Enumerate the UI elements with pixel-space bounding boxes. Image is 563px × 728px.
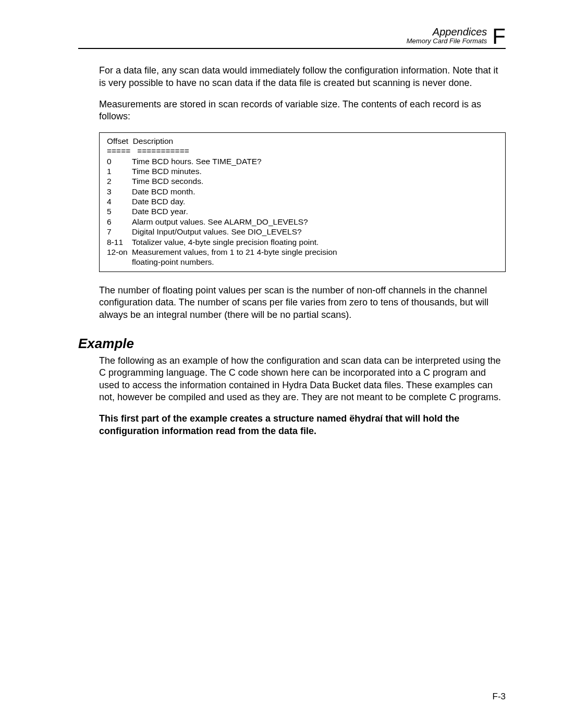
table-desc: Time BCD seconds. bbox=[132, 176, 498, 186]
page-number: F-3 bbox=[493, 692, 506, 702]
table-row: 4Date BCD day. bbox=[107, 196, 498, 206]
table-row: 8-11Totalizer value, 4-byte single preci… bbox=[107, 237, 498, 247]
table-offset: 7 bbox=[107, 227, 132, 237]
header-title: Appendices bbox=[407, 26, 487, 38]
table-offset: 12-on bbox=[107, 247, 132, 257]
table-desc: Time BCD minutes. bbox=[132, 166, 498, 176]
header-text-block: Appendices Memory Card File Formats bbox=[407, 26, 487, 45]
page: Appendices Memory Card File Formats F Fo… bbox=[0, 0, 563, 728]
table-desc: Date BCD year. bbox=[132, 206, 498, 216]
table-offset: 4 bbox=[107, 196, 132, 206]
table-desc: Digital Input/Output values. See DIO_LEV… bbox=[132, 227, 498, 237]
paragraph-2: Measurements are stored in scan records … bbox=[99, 98, 506, 123]
example-heading: Example bbox=[78, 336, 506, 352]
table-divider: ===== =========== bbox=[107, 146, 498, 156]
paragraph-1: For a data file, any scan data would imm… bbox=[99, 65, 506, 89]
table-row: 5Date BCD year. bbox=[107, 206, 498, 216]
table-row: 1Time BCD minutes. bbox=[107, 166, 498, 176]
page-header: Appendices Memory Card File Formats F bbox=[78, 26, 506, 49]
table-desc: Totalizer value, 4-byte single precision… bbox=[132, 237, 498, 247]
paragraph-3: The number of floating point values per … bbox=[99, 285, 506, 321]
table-desc: Measurement values, from 1 to 21 4-byte … bbox=[132, 247, 498, 257]
table-desc: Date BCD day. bbox=[132, 196, 498, 206]
table-offset: 0 bbox=[107, 156, 132, 166]
example-paragraph-2: This first part of the example creates a… bbox=[99, 413, 506, 437]
table-offset: 1 bbox=[107, 166, 132, 176]
table-continuation: floating-point numbers. bbox=[132, 257, 498, 267]
table-desc: Alarm output values. See ALARM_DO_LEVELS… bbox=[132, 217, 498, 227]
table-offset: 5 bbox=[107, 206, 132, 216]
table-offset: 3 bbox=[107, 187, 132, 196]
table-row: 2Time BCD seconds. bbox=[107, 176, 498, 186]
table-row: 7Digital Input/Output values. See DIO_LE… bbox=[107, 227, 498, 237]
example-paragraph-1: The following as an example of how the c… bbox=[99, 355, 506, 404]
header-subtitle: Memory Card File Formats bbox=[407, 38, 487, 45]
scan-record-table: Offset Description ===== =========== 0Ti… bbox=[99, 132, 506, 272]
table-offset: 2 bbox=[107, 176, 132, 186]
table-offset: 8-11 bbox=[107, 237, 132, 247]
table-desc: Date BCD month. bbox=[132, 187, 498, 196]
table-header: Offset Description bbox=[107, 136, 498, 146]
table-row: 0Time BCD hours. See TIME_DATE? bbox=[107, 156, 498, 166]
table-row: 6Alarm output values. See ALARM_DO_LEVEL… bbox=[107, 217, 498, 227]
table-row: 3Date BCD month. bbox=[107, 187, 498, 196]
table-row: 12-onMeasurement values, from 1 to 21 4-… bbox=[107, 247, 498, 257]
header-letter: F bbox=[492, 27, 506, 46]
table-desc: Time BCD hours. See TIME_DATE? bbox=[132, 156, 498, 166]
table-offset: 6 bbox=[107, 217, 132, 227]
